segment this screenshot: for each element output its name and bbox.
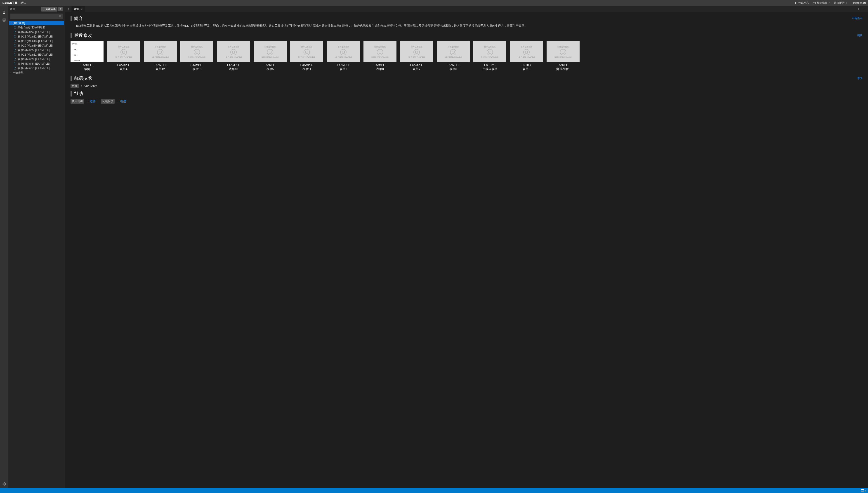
tree-item[interactable]: 表单11 (Main11) [EXAMPLE] — [9, 52, 64, 57]
user-label[interactable]: ibiztest001 — [853, 1, 866, 4]
tree-item-label: 表单10 (Main10) [EXAMPLE] — [18, 44, 53, 48]
recent-card[interactable]: 部件还未预览NO PHOTO AVAILABLEENTITY表单2 — [510, 41, 543, 71]
card-l1: ENTITY — [510, 64, 543, 67]
refresh-icon: ⟳ — [60, 8, 62, 10]
card-l1: EXAMPLE — [144, 64, 177, 67]
tree-item[interactable]: 表单8 (Main8) [EXAMPLE] — [9, 61, 64, 66]
file-icon — [13, 58, 17, 61]
recent-card[interactable]: 部件还未预览NO PHOTO AVAILABLEEXAMPLE表单9 — [327, 41, 360, 71]
card-thumb: 部件还未预览NO PHOTO AVAILABLE — [363, 41, 397, 62]
frontend-edit-link[interactable]: 修改 — [857, 77, 863, 80]
camera-icon — [194, 49, 200, 55]
refresh-sidebar-button[interactable]: ⟳ — [58, 7, 63, 11]
tab-prev-button[interactable] — [65, 6, 71, 12]
recent-card[interactable]: 部件还未预览NO PHOTO AVAILABLEEXAMPLE表单4 — [107, 41, 140, 71]
new-form-button[interactable]: ✚ 新建表单 — [41, 7, 58, 12]
status-count: 2 — [865, 489, 866, 492]
tree-recent[interactable]: ▾ [最近修改] — [9, 21, 64, 25]
card-l1: EXAMPLE — [181, 64, 213, 67]
help-feedback-label: 问题反馈 — [101, 99, 114, 104]
placeholder-mid: NO PHOTO AVAILABLE — [518, 56, 535, 58]
recent-card[interactable]: 部件还未预览NO PHOTO AVAILABLEEXAMPLE表单5 — [254, 41, 287, 71]
placeholder-mid: NO PHOTO AVAILABLE — [298, 56, 315, 58]
card-l1: EXAMPLE — [254, 64, 287, 67]
placeholder-mid: NO PHOTO AVAILABLE — [372, 56, 388, 58]
recent-card[interactable]: 部件还未预览NO PHOTO AVAILABLEEXAMPLE表单12 — [144, 41, 177, 71]
tree-item[interactable]: 表单10 (Main10) [EXAMPLE] — [9, 43, 64, 48]
menu-publish[interactable]: 代码发布 — [795, 1, 809, 5]
placeholder-top: 部件还未预览 — [301, 46, 313, 48]
tree-item-label: 表单8 (Main8) [EXAMPLE] — [18, 62, 49, 66]
placeholder-top: 部件还未预览 — [374, 46, 386, 48]
recent-refresh-link[interactable]: 刷新 — [857, 34, 863, 37]
placeholder-top: 部件还未预览 — [338, 46, 349, 48]
sidebar-title: 表单 — [10, 7, 41, 11]
placeholder-top: 部件还未预览 — [118, 46, 129, 48]
placeholder-top: 部件还未预览 — [448, 46, 459, 48]
help-title: 帮助 — [74, 91, 863, 97]
file-icon — [13, 67, 17, 70]
tab-row: 欢迎 × ⋯ — [65, 6, 868, 12]
tab-more-button[interactable]: ⋯ — [862, 6, 868, 12]
tree-item[interactable]: 表单4 (Main4) [EXAMPLE] — [9, 30, 64, 34]
tree-item[interactable]: 表单12 (Main12) [EXAMPLE] — [9, 34, 64, 39]
camera-icon — [523, 49, 530, 55]
activity-settings[interactable] — [0, 480, 8, 488]
card-thumb: 部件还未预览NO PHOTO AVAILABLE — [400, 41, 433, 62]
tree-item[interactable]: 表单5 (Main5) [EXAMPLE] — [9, 48, 64, 52]
frontend-name-row: 名称 ： Vue+Antd — [70, 84, 863, 88]
file-icon — [13, 26, 17, 29]
section-bar — [70, 16, 72, 21]
activity-forms[interactable] — [0, 8, 8, 16]
recent-card[interactable]: 部件还未预览NO PHOTO AVAILABLEEXAMPLE表单7 — [400, 41, 433, 71]
help-feedback-link[interactable]: 链接 — [120, 100, 126, 104]
recent-card[interactable]: 基本信息名称标识codename规格信息EXAMPLE示例 — [70, 41, 104, 71]
tree-item[interactable]: 表单7 (Main7) [EXAMPLE] — [9, 66, 64, 70]
tree-item-label: 表单12 (Main12) [EXAMPLE] — [18, 35, 53, 39]
recent-card[interactable]: 部件还未预览NO PHOTO AVAILABLEEXAMPLE表单10 — [217, 41, 250, 71]
statusbar: 2 — [0, 488, 868, 493]
placeholder-top: 部件还未预览 — [264, 46, 276, 48]
card-l1: ENTITY5 — [473, 64, 506, 67]
placeholder-mid: NO PHOTO AVAILABLE — [481, 56, 498, 58]
feedback-icon — [861, 489, 864, 492]
activity-data[interactable] — [0, 16, 8, 24]
search-input[interactable] — [10, 14, 63, 19]
intro-hide-link[interactable]: 不再显示 — [852, 17, 863, 20]
recent-card[interactable]: 部件还未预览NO PHOTO AVAILABLEEXAMPLE表单11 — [290, 41, 323, 71]
tree-item-label: 示例 (test) [EXAMPLE] — [18, 26, 45, 29]
tree-item-label: 表单7 (Main7) [EXAMPLE] — [18, 66, 49, 70]
tab-next-button[interactable] — [855, 6, 862, 12]
status-notifications[interactable]: 2 — [861, 489, 866, 492]
menu-publish-label: 代码发布 — [798, 1, 809, 5]
menu-datamodel[interactable]: 数据模型 ▾ — [813, 1, 830, 5]
recent-card[interactable]: 部件还未预览NO PHOTO AVAILABLEENTITY5主编辑表单 — [473, 41, 506, 71]
recent-card[interactable]: 部件还未预览NO PHOTO AVAILABLEEXAMPLE测试表单1 — [547, 41, 579, 71]
new-form-label: 新建表单 — [46, 7, 56, 11]
card-thumb: 部件还未预览NO PHOTO AVAILABLE — [510, 41, 543, 62]
recent-card[interactable]: 部件还未预览NO PHOTO AVAILABLEEXAMPLE表单13 — [181, 41, 213, 71]
tree-item[interactable]: 示例 (test) [EXAMPLE] — [9, 25, 64, 30]
tree-all[interactable]: ▸ 全部表单 — [9, 70, 64, 75]
help-usage-link[interactable]: 链接 — [90, 100, 96, 104]
card-l1: EXAMPLE — [547, 64, 579, 67]
tree-recent-label: [最近修改] — [13, 21, 25, 25]
file-icon — [13, 44, 17, 47]
tab-welcome[interactable]: 欢迎 × — [71, 6, 85, 12]
intro-body: iBiz表单工具是iBiz庞大工具体系当中针对表单设计方向特化型建模开发工具，依… — [73, 23, 863, 28]
card-l2: 表单13 — [181, 67, 213, 71]
card-thumb: 部件还未预览NO PHOTO AVAILABLE — [107, 41, 140, 62]
menu-default[interactable]: 默认 — [21, 1, 26, 5]
placeholder-mid: NO PHOTO AVAILABLE — [225, 56, 242, 58]
close-icon[interactable]: × — [81, 7, 83, 11]
tree-item[interactable]: 表单13 (Main13) [EXAMPLE] — [9, 39, 64, 43]
recent-card[interactable]: 部件还未预览NO PHOTO AVAILABLEEXAMPLE表单8 — [363, 41, 397, 71]
recent-card[interactable]: 部件还未预览NO PHOTO AVAILABLEEXAMPLE表单6 — [437, 41, 470, 71]
card-l2: 表单10 — [217, 67, 250, 71]
tree-item[interactable]: 表单9 (Main9) [EXAMPLE] — [9, 57, 64, 61]
file-icon — [13, 40, 17, 42]
menubar: iBiz表单工具 默认 代码发布 数据模型 ▾ 系统配置 ▾ ibiztest0… — [0, 0, 868, 6]
menu-sysconfig[interactable]: 系统配置 ▾ — [834, 1, 847, 5]
card-l2: 表单12 — [144, 67, 177, 71]
card-l2: 表单4 — [107, 67, 140, 71]
